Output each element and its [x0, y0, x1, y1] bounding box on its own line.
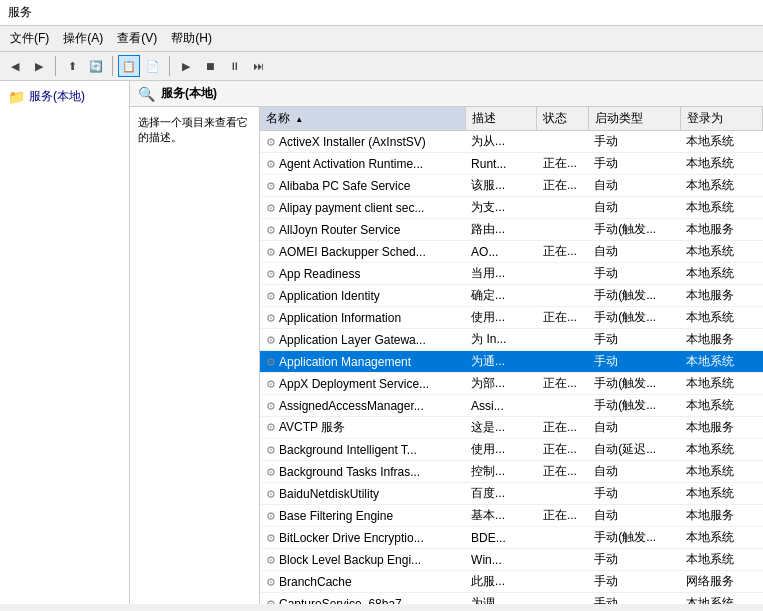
service-name: AppX Deployment Service...: [279, 377, 429, 391]
service-status: [537, 263, 588, 285]
service-startup: 手动: [588, 351, 680, 373]
table-row[interactable]: ⚙Agent Activation Runtime...Runt...正在...…: [260, 153, 763, 175]
table-row[interactable]: ⚙App Readiness当用...手动本地系统: [260, 263, 763, 285]
service-status: [537, 527, 588, 549]
service-name: AVCTP 服务: [279, 420, 345, 434]
window-title: 服务: [8, 4, 32, 21]
table-row[interactable]: ⚙Base Filtering Engine基本...正在...自动本地服务: [260, 505, 763, 527]
col-header-status[interactable]: 状态: [537, 107, 588, 131]
table-row[interactable]: ⚙AOMEI Backupper Sched...AO...正在...自动本地系…: [260, 241, 763, 263]
service-startup: 自动: [588, 175, 680, 197]
service-status: 正在...: [537, 307, 588, 329]
service-startup: 手动: [588, 263, 680, 285]
table-row[interactable]: ⚙Application Management为通...手动本地系统: [260, 351, 763, 373]
service-status: 正在...: [537, 417, 588, 439]
menu-view[interactable]: 查看(V): [111, 28, 163, 49]
gear-icon: ⚙: [266, 510, 276, 522]
back-button[interactable]: ◀: [4, 55, 26, 77]
table-row[interactable]: ⚙BranchCache此服...手动网络服务: [260, 571, 763, 593]
table-row[interactable]: ⚙AssignedAccessManager...Assi...手动(触发...…: [260, 395, 763, 417]
service-login: 本地服务: [680, 505, 762, 527]
service-login: 本地系统: [680, 483, 762, 505]
service-name: Background Tasks Infras...: [279, 465, 420, 479]
col-header-login[interactable]: 登录为: [680, 107, 762, 131]
service-name-cell: ⚙Background Intelligent T...: [260, 439, 465, 461]
service-desc: 百度...: [465, 483, 537, 505]
table-row[interactable]: ⚙AppX Deployment Service...为部...正在...手动(…: [260, 373, 763, 395]
gear-icon: ⚙: [266, 268, 276, 280]
service-login: 本地系统: [680, 175, 762, 197]
col-header-startup[interactable]: 启动类型: [588, 107, 680, 131]
left-panel: 📁 服务(本地): [0, 81, 130, 604]
table-row[interactable]: ⚙Alipay payment client sec...为支...自动本地系统: [260, 197, 763, 219]
service-name-cell: ⚙Application Identity: [260, 285, 465, 307]
table-row[interactable]: ⚙Block Level Backup Engi...Win...手动本地系统: [260, 549, 763, 571]
menu-help[interactable]: 帮助(H): [165, 28, 218, 49]
table-row[interactable]: ⚙Application Identity确定...手动(触发...本地服务: [260, 285, 763, 307]
col-header-name[interactable]: 名称 ▲: [260, 107, 465, 131]
service-status: [537, 131, 588, 153]
stop-button[interactable]: ⏹: [199, 55, 221, 77]
table-row[interactable]: ⚙Application Information使用...正在...手动(触发.…: [260, 307, 763, 329]
refresh-button[interactable]: 🔄: [85, 55, 107, 77]
service-desc: 当用...: [465, 263, 537, 285]
gear-icon: ⚙: [266, 136, 276, 148]
service-status: 正在...: [537, 439, 588, 461]
service-name-cell: ⚙Application Layer Gatewa...: [260, 329, 465, 351]
table-row[interactable]: ⚙BitLocker Drive Encryptio...BDE...手动(触发…: [260, 527, 763, 549]
service-name: Base Filtering Engine: [279, 509, 393, 523]
table-row[interactable]: ⚙ActiveX Installer (AxInstSV)为从...手动本地系统: [260, 131, 763, 153]
service-name-cell: ⚙Alipay payment client sec...: [260, 197, 465, 219]
menu-file[interactable]: 文件(F): [4, 28, 55, 49]
service-name-cell: ⚙AVCTP 服务: [260, 417, 465, 439]
service-name-cell: ⚙AOMEI Backupper Sched...: [260, 241, 465, 263]
service-status: [537, 593, 588, 605]
search-icon: 🔍: [138, 86, 155, 102]
show-hide-button[interactable]: 📋: [118, 55, 140, 77]
restart-button[interactable]: ⏭: [247, 55, 269, 77]
table-body: ⚙ActiveX Installer (AxInstSV)为从...手动本地系统…: [260, 131, 763, 605]
table-row[interactable]: ⚙CaptureService_68ba7为调...手动本地系统: [260, 593, 763, 605]
service-name-cell: ⚙BitLocker Drive Encryptio...: [260, 527, 465, 549]
services-header-title: 服务(本地): [161, 85, 217, 102]
up-button[interactable]: ⬆: [61, 55, 83, 77]
table-row[interactable]: ⚙Application Layer Gatewa...为 In...手动本地服…: [260, 329, 763, 351]
sort-icon: ▲: [295, 115, 303, 124]
table-row[interactable]: ⚙Alibaba PC Safe Service该服...正在...自动本地系统: [260, 175, 763, 197]
service-status: [537, 483, 588, 505]
gear-icon: ⚙: [266, 378, 276, 390]
table-row[interactable]: ⚙Background Intelligent T...使用...正在...自动…: [260, 439, 763, 461]
service-name-cell: ⚙AllJoyn Router Service: [260, 219, 465, 241]
pause-button[interactable]: ⏸: [223, 55, 245, 77]
col-header-desc[interactable]: 描述: [465, 107, 537, 131]
service-status: 正在...: [537, 153, 588, 175]
service-desc: 为部...: [465, 373, 537, 395]
services-local-nav[interactable]: 📁 服务(本地): [4, 85, 125, 108]
table-row[interactable]: ⚙BaiduNetdiskUtility百度...手动本地系统: [260, 483, 763, 505]
table-area[interactable]: 名称 ▲ 描述 状态 启动类型 登录为 ⚙ActiveX Installer (…: [260, 107, 763, 604]
service-desc: 该服...: [465, 175, 537, 197]
service-name-cell: ⚙CaptureService_68ba7: [260, 593, 465, 605]
table-row[interactable]: ⚙Background Tasks Infras...控制...正在...自动本…: [260, 461, 763, 483]
service-startup: 自动: [588, 417, 680, 439]
start-button[interactable]: ▶: [175, 55, 197, 77]
service-name: Background Intelligent T...: [279, 443, 417, 457]
service-login: 本地系统: [680, 527, 762, 549]
gear-icon: ⚙: [266, 246, 276, 258]
menu-action[interactable]: 操作(A): [57, 28, 109, 49]
service-name: Agent Activation Runtime...: [279, 157, 423, 171]
menu-bar: 文件(F) 操作(A) 查看(V) 帮助(H): [0, 26, 763, 52]
service-login: 本地服务: [680, 417, 762, 439]
description-text: 选择一个项目来查看它的描述。: [138, 116, 248, 143]
service-startup: 手动(触发...: [588, 395, 680, 417]
table-row[interactable]: ⚙AVCTP 服务这是...正在...自动本地服务: [260, 417, 763, 439]
gear-icon: ⚙: [266, 400, 276, 412]
forward-button[interactable]: ▶: [28, 55, 50, 77]
service-startup: 手动(触发...: [588, 307, 680, 329]
service-login: 本地系统: [680, 307, 762, 329]
export-button[interactable]: 📄: [142, 55, 164, 77]
main-container: 📁 服务(本地) 🔍 服务(本地) 选择一个项目来查看它的描述。: [0, 81, 763, 604]
gear-icon: ⚙: [266, 334, 276, 346]
table-row[interactable]: ⚙AllJoyn Router Service路由...手动(触发...本地服务: [260, 219, 763, 241]
gear-icon: ⚙: [266, 224, 276, 236]
